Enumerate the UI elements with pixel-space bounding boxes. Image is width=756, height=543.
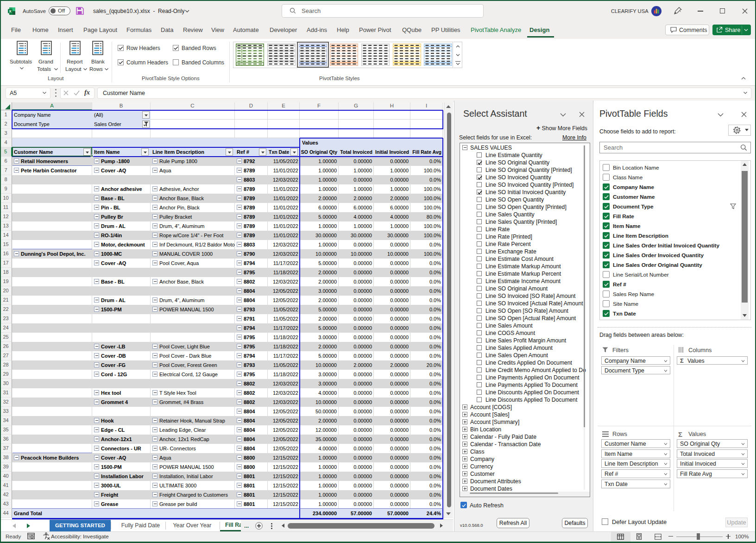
svg-text:X: X <box>9 9 12 13</box>
